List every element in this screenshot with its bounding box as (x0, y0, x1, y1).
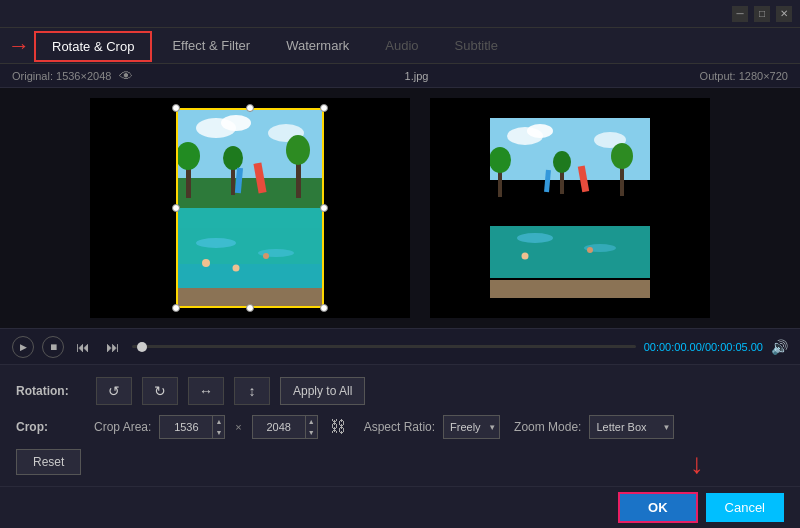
crop-width-input-group: ▲ ▼ (159, 415, 225, 439)
link-dimensions-icon[interactable]: ⛓ (330, 418, 346, 436)
handle-bottom-mid[interactable] (246, 304, 254, 312)
window-controls: ─ □ ✕ (732, 6, 792, 22)
svg-point-36 (587, 247, 593, 253)
svg-point-2 (221, 115, 251, 131)
tab-subtitle[interactable]: Subtitle (439, 32, 514, 59)
svg-point-17 (233, 265, 240, 272)
tabs-area: → Rotate & Crop Effect & Filter Watermar… (0, 28, 800, 64)
close-button[interactable]: ✕ (776, 6, 792, 22)
preview-area (0, 88, 800, 328)
tab-audio[interactable]: Audio (369, 32, 434, 59)
handle-bottom-left[interactable] (172, 304, 180, 312)
tab-rotate-crop[interactable]: Rotate & Crop (34, 31, 152, 62)
rotation-row: Rotation: ↺ ↻ ↔ ↕ Apply to All (16, 377, 784, 405)
next-button[interactable]: ⏭ (102, 337, 124, 357)
svg-point-9 (223, 146, 243, 170)
handle-top-left[interactable] (172, 104, 180, 112)
prev-button[interactable]: ⏮ (72, 337, 94, 357)
preview-left (90, 98, 410, 318)
svg-point-25 (490, 147, 511, 173)
crop-width-down[interactable]: ▼ (213, 427, 224, 438)
controls-panel: Rotation: ↺ ↻ ↔ ↕ Apply to All Crop: Cro… (0, 364, 800, 487)
svg-rect-32 (490, 226, 650, 278)
rotate-right-button[interactable]: ↻ (142, 377, 178, 405)
visibility-icon[interactable]: 👁 (119, 68, 133, 84)
crop-container (176, 108, 324, 308)
svg-point-35 (522, 253, 529, 260)
output-scene-svg (490, 118, 650, 298)
info-left: Original: 1536×2048 👁 (12, 68, 133, 84)
crop-width-up[interactable]: ▲ (213, 416, 224, 427)
zoom-mode-label: Zoom Mode: (514, 420, 581, 434)
tab-watermark[interactable]: Watermark (270, 32, 365, 59)
handle-mid-left[interactable] (172, 204, 180, 212)
dimension-separator: × (235, 421, 241, 433)
svg-rect-37 (490, 280, 650, 298)
timeline-track[interactable] (132, 345, 636, 348)
svg-point-7 (286, 135, 310, 165)
aspect-ratio-label: Aspect Ratio: (364, 420, 435, 434)
arrow-indicator: → (8, 35, 30, 57)
zoom-mode-wrapper: Letter Box Pan & Scan Full (589, 415, 674, 439)
minimize-button[interactable]: ─ (732, 6, 748, 22)
output-image (490, 118, 650, 298)
svg-point-27 (611, 143, 633, 169)
svg-point-15 (202, 259, 210, 267)
flip-vertical-button[interactable]: ↕ (234, 377, 270, 405)
zoom-mode-select[interactable]: Letter Box Pan & Scan Full (589, 415, 674, 439)
crop-row: Crop: Crop Area: ▲ ▼ × ▲ ▼ ⛓ Aspect Rati… (16, 415, 784, 439)
stop-button[interactable]: ⏹ (42, 336, 64, 358)
rotation-label: Rotation: (16, 384, 86, 398)
crop-width-spinners: ▲ ▼ (213, 415, 225, 439)
svg-point-16 (263, 253, 269, 259)
svg-point-33 (517, 233, 553, 243)
handle-top-mid[interactable] (246, 104, 254, 112)
handle-mid-right[interactable] (320, 204, 328, 212)
crop-height-down[interactable]: ▼ (306, 427, 317, 438)
svg-point-5 (176, 142, 200, 170)
rotate-left-button[interactable]: ↺ (96, 377, 132, 405)
aspect-ratio-wrapper: Freely 16:9 4:3 1:1 9:16 (443, 415, 500, 439)
svg-point-13 (196, 238, 236, 248)
reset-button[interactable]: Reset (16, 449, 81, 475)
handle-bottom-right[interactable] (320, 304, 328, 312)
aspect-ratio-select[interactable]: Freely 16:9 4:3 1:1 9:16 (443, 415, 500, 439)
tab-effect-filter[interactable]: Effect & Filter (156, 32, 266, 59)
crop-width-input[interactable] (159, 415, 213, 439)
timeline-thumb[interactable] (137, 342, 147, 352)
reset-row: Reset (16, 449, 784, 475)
crop-height-spinners: ▲ ▼ (306, 415, 318, 439)
info-bar: Original: 1536×2048 👁 1.jpg Output: 1280… (0, 64, 800, 88)
crop-label: Crop: (16, 420, 86, 434)
play-button[interactable]: ▶ (12, 336, 34, 358)
handle-top-right[interactable] (320, 104, 328, 112)
crop-height-up[interactable]: ▲ (306, 416, 317, 427)
output-size: Output: 1280×720 (700, 70, 788, 82)
volume-icon[interactable]: 🔊 (771, 339, 788, 355)
playback-bar: ▶ ⏹ ⏮ ⏭ 00:00:00.00/00:00:05.00 🔊 (0, 328, 800, 364)
title-bar: ─ □ ✕ (0, 0, 800, 28)
preview-right (430, 98, 710, 318)
cancel-button[interactable]: Cancel (706, 493, 784, 522)
svg-point-29 (553, 151, 571, 173)
svg-point-22 (527, 124, 553, 138)
apply-to-all-button[interactable]: Apply to All (280, 377, 365, 405)
source-image (176, 108, 324, 308)
filename-display: 1.jpg (405, 70, 429, 82)
svg-rect-12 (176, 228, 324, 288)
time-display: 00:00:00.00/00:00:05.00 (644, 341, 763, 353)
scene-svg (176, 108, 324, 308)
flip-horizontal-button[interactable]: ↔ (188, 377, 224, 405)
crop-height-input-group: ▲ ▼ (252, 415, 318, 439)
bottom-bar: OK Cancel (0, 486, 800, 528)
original-size: Original: 1536×2048 (12, 70, 111, 82)
crop-area-label: Crop Area: (94, 420, 151, 434)
crop-height-input[interactable] (252, 415, 306, 439)
ok-button[interactable]: OK (618, 492, 698, 523)
maximize-button[interactable]: □ (754, 6, 770, 22)
